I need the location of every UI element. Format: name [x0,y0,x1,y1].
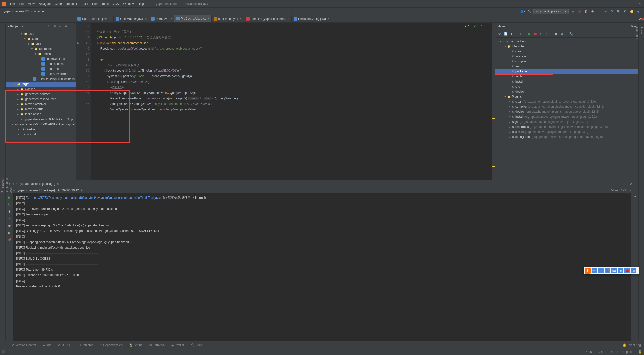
tab-close-icon[interactable]: × [145,17,147,21]
select-opened-icon[interactable]: ⊙ [47,24,52,29]
code-line[interactable]: // 只有一个线程能获取到锁 [94,62,489,68]
code-line[interactable]: // 每天执行，预热推荐用户 [94,29,489,35]
tree-item-redissontest[interactable]: CRedissonTest [6,61,76,66]
ime-menu-icon[interactable]: ⊞ [631,268,636,273]
code-line[interactable]: public void doCacheRecommendUser() { [94,40,489,46]
bottom-run[interactable]: ▶ Run [42,343,52,347]
ide-updates-icon[interactable]: ⬤ [629,9,634,14]
git-update-icon[interactable]: ⟳ [609,9,615,14]
bottom-profiler[interactable]: ◉ Profiler [170,343,185,347]
tab-overflow-icon[interactable]: ⋮ [332,17,339,21]
gutter-line[interactable]: 43 [76,29,89,35]
maven-item-package[interactable]: ⚙package [495,69,638,74]
menu-window[interactable]: Window [121,2,136,6]
menu-edit[interactable]: Edit [17,2,26,6]
ime-punct-button[interactable]: ， [598,268,604,273]
gutter-line[interactable]: 56 [76,101,89,107]
tree-item-java[interactable]: ▾📁java [6,31,76,36]
tree-item-generated-test-sources[interactable]: ▸📁generated-test-sources [6,97,76,102]
gutter-line[interactable]: 51 [76,73,89,79]
file-encoding[interactable]: UTF-8 [610,350,618,354]
menu-run[interactable]: Run [90,2,100,6]
menu-refactor[interactable]: Refactor [64,2,79,6]
maven-item-install[interactable]: ⚙install [495,79,638,84]
tree-item-test-classes[interactable]: ▸📁test-classes [6,112,76,117]
caret-position[interactable]: 44:51 [586,350,594,354]
console-line[interactable]: [INFO] Tests are skipped. [16,212,628,217]
console-line[interactable]: [INFO] ---------------------------------… [16,250,628,256]
maven-item-compile[interactable]: ⚙compile [495,59,638,64]
tree-item-generated-sources[interactable]: ▸📁generated-sources [6,92,76,97]
collapse-maven-icon[interactable]: ⇵ [559,31,565,37]
inspection-widget[interactable]: ▲ 10 ✔ 6 ⌃⌄ [464,25,488,28]
indent-setting[interactable]: 4 spaces [622,350,634,354]
menu-help[interactable]: Help [136,2,146,6]
hide-panel-icon[interactable]: ─ [69,24,74,29]
tree-item-com[interactable]: ▾📁com [6,36,76,41]
stop-run-icon[interactable]: ■ [7,216,12,221]
maven-item-verify[interactable]: ⚙verify [495,74,638,79]
console-line[interactable]: [INFO] [16,234,628,239]
maven-item-plugins[interactable]: ▾📁Plugins [495,94,638,99]
bottom-spring[interactable]: 🍃 Spring [128,343,144,347]
console-line[interactable]: [INFO] --- maven-jar-plugin:3.2.2:jar (d… [16,223,628,228]
tree-item-insertusertest[interactable]: CInsertUserTest [6,56,76,61]
tab-close-icon[interactable]: × [170,17,172,21]
gutter-line[interactable]: 57 [76,107,89,112]
maven-wrench-icon[interactable]: 🔧 [568,31,574,37]
expand-all-icon[interactable]: ⇅ [53,24,57,29]
ime-skin-icon[interactable]: 👕 [618,268,623,273]
maven-settings-icon[interactable]: ⚙ [630,25,633,28]
download-icon[interactable]: ⬇ [509,31,514,37]
tool-window-quick-access-icon[interactable]: ☰ [2,343,7,347]
tab-user[interactable]: User.java× [149,15,174,22]
menu-tools[interactable]: Tools [100,2,111,6]
maven-item-deploy[interactable]: ⚙deploy [495,89,638,94]
console-line[interactable]: [INFO] --- spring-boot-maven-plugin:2.6.… [16,239,628,245]
maven-item-test[interactable]: ⚙test [495,64,638,69]
toggle-offline-icon[interactable]: ⊘ [539,31,544,37]
console-output[interactable]: [INFO] /C:/Users/25073/Desktop/yupao-bac… [13,193,631,341]
run-config-selector[interactable]: ▶ yupaoApplication ▾ [533,9,569,14]
maven-item-jar[interactable]: ▸⚙jar(org.apache.maven.plugins:maven-jar… [495,119,638,124]
ime-toolbox-icon[interactable]: 🧰 [624,268,630,273]
code-line[interactable]: for (Long userId : mainUserList) { [94,79,489,85]
rail-web[interactable]: Web [9,176,14,195]
plugin-icon[interactable]: ◆ [635,9,641,14]
gutter-line[interactable]: 42 [76,24,89,29]
code-line[interactable]: QueryWrapper<User> queryWrapper = new Qu… [94,90,489,96]
readonly-lock-icon[interactable]: 🔓 [638,350,642,354]
maven-item-resources[interactable]: ▸⚙resources(org.apache.maven.plugins:mav… [495,124,638,129]
maven-item-yupao-backend[interactable]: ▾myupao-backend [495,39,638,44]
tab-close-icon[interactable]: × [110,17,111,21]
settings-icon[interactable]: ⚙ [622,9,628,14]
gutter-line[interactable]: 46 [76,46,89,51]
code-line[interactable]: System.out.println("getLock: " + Thread.… [94,73,489,79]
code-line[interactable] [94,51,489,57]
tree-item-userservicetest[interactable]: CUserServiceTest [6,71,76,76]
console-line[interactable]: [INFO] ---------------------------------… [16,261,628,267]
maven-item-deploy[interactable]: ▸⚙deploy(org.apache.maven.plugins:maven-… [495,109,638,114]
tab-close-icon[interactable]: × [240,17,242,21]
maven-item-clean[interactable]: ▸⚙clean(org.apache.maven.plugins:maven-c… [495,99,638,104]
maven-item-spring-boot[interactable]: ▸⚙spring-boot(org.springframework.boot:s… [495,134,638,139]
code-line[interactable]: try { [94,57,489,62]
console-line[interactable]: [INFO] [16,217,628,223]
console-line[interactable]: [INFO] Total time: 39.739 s [16,267,628,272]
bottom-terminal[interactable]: ⌘ Terminal [148,343,166,347]
gutter-line[interactable]: ▶45 [76,40,89,46]
rerun-icon[interactable]: ▶ [7,195,12,200]
gutter-line[interactable]: 49 [76,62,89,68]
ime-keyboard-icon[interactable]: ⌨ [611,268,617,273]
code-line[interactable]: String redisKey = String.format("shayu:u… [94,101,489,107]
console-line[interactable]: [INFO] Replacing main artifact with repa… [16,245,628,250]
generate-sources-icon[interactable]: 📄 [503,31,508,37]
search-icon[interactable]: 🔍 [616,9,621,14]
maven-indicator-icon[interactable]: m [641,17,644,21]
dump-threads-icon[interactable]: ◉ [7,223,12,228]
ime-mic-icon[interactable]: 🎤 [605,268,610,273]
coverage-icon[interactable]: ◧ [583,9,589,14]
code-line[interactable]: //查数据库 [94,85,489,90]
run-goal-icon[interactable]: ▶ [527,31,532,37]
code-line[interactable]: Page<User> userPage = userService.page(n… [94,96,489,101]
